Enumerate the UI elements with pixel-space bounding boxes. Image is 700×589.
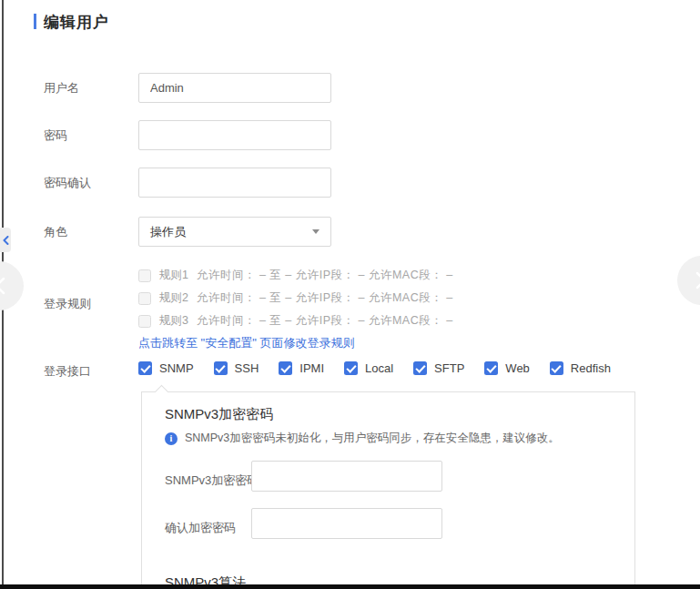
checkbox-checked-icon [138, 361, 152, 375]
interface-option-ipmi[interactable]: IPMI [279, 361, 324, 375]
interface-label: Local [365, 361, 393, 375]
snmpv3-panel-title: SNMPv3加密密码 [165, 406, 273, 423]
snmpv3-notice-text: SNMPv3加密密码未初始化，与用户密码同步，存在安全隐患，建议修改。 [185, 431, 560, 446]
login-interfaces-label: 登录接口 [44, 364, 91, 379]
interface-label: IPMI [299, 361, 324, 375]
edit-user-page: 编辑用户 用户名 密码 密码确认 角色 操作员 登录规则 规则1 允许时间： –… [0, 0, 700, 589]
role-select-value: 操作员 [150, 224, 186, 240]
checkbox-checked-icon [344, 361, 358, 375]
interface-option-ssh[interactable]: SSH [214, 361, 259, 375]
login-rule-row: 规则1 允许时间： – 至 – 允许IP段： – 允许MAC段： – [138, 268, 453, 283]
rule2-checkbox[interactable] [138, 292, 151, 305]
checkbox-checked-icon [484, 361, 498, 375]
rule3-checkbox[interactable] [138, 315, 151, 328]
chevron-left-icon [3, 236, 9, 245]
snmpv3-notice: i SNMPv3加密密码未初始化，与用户密码同步，存在安全隐患，建议修改。 [165, 431, 560, 446]
interface-label: SSH [235, 361, 259, 375]
checkbox-checked-icon [279, 361, 292, 375]
page-title: 编辑用户 [44, 12, 109, 33]
rule1-checkbox[interactable] [138, 269, 151, 282]
chevron-left-icon [0, 277, 5, 295]
rule-detail: 允许时间： – 至 – 允许IP段： – 允许MAC段： – [197, 268, 453, 283]
bottom-bar [0, 584, 700, 589]
password-confirm-label: 密码确认 [44, 176, 91, 190]
username-label: 用户名 [44, 81, 79, 96]
interface-option-sftp[interactable]: SFTP [413, 361, 464, 375]
info-icon: i [165, 432, 178, 445]
rule-name: 规则1 [159, 268, 188, 283]
sidebar-collapse-tab[interactable] [0, 228, 11, 252]
role-select[interactable]: 操作员 [138, 217, 331, 247]
chevron-down-icon [312, 229, 320, 234]
interface-label: Web [505, 361, 530, 375]
snmpv3-password-input[interactable] [251, 461, 442, 492]
rule-name: 规则3 [159, 313, 188, 329]
password-confirm-input[interactable] [138, 168, 331, 198]
interface-option-redfish[interactable]: Redfish [550, 361, 611, 375]
interface-label: SNMP [159, 361, 194, 375]
checkbox-checked-icon [214, 361, 228, 375]
checkbox-checked-icon [413, 361, 427, 375]
interface-label: Redfish [571, 361, 611, 375]
password-input[interactable] [138, 120, 331, 150]
checkbox-checked-icon [550, 361, 563, 375]
username-input[interactable] [138, 73, 331, 103]
chevron-right-icon [695, 271, 700, 289]
interface-option-local[interactable]: Local [344, 361, 393, 375]
security-config-link[interactable]: 点击跳转至 "安全配置" 页面修改登录规则 [138, 335, 354, 351]
snmpv3-password-label: SNMPv3加密密码 [165, 472, 259, 489]
snmpv3-panel: SNMPv3加密密码 i SNMPv3加密密码未初始化，与用户密码同步，存在安全… [141, 391, 635, 589]
rule-detail: 允许时间： – 至 – 允许IP段： – 允许MAC段： – [197, 313, 453, 329]
snmpv3-confirm-label: 确认加密密码 [165, 520, 236, 536]
title-accent-bar [34, 14, 36, 29]
password-label: 密码 [44, 128, 67, 143]
login-rule-row: 规则3 允许时间： – 至 – 允许IP段： – 允许MAC段： – [138, 313, 453, 329]
login-rule-row: 规则2 允许时间： – 至 – 允许IP段： – 允许MAC段： – [138, 290, 453, 306]
carousel-prev-button[interactable] [0, 261, 24, 310]
interface-option-web[interactable]: Web [484, 361, 530, 375]
interface-label: SFTP [434, 361, 464, 375]
carousel-next-button[interactable] [677, 256, 700, 305]
login-interfaces-row: SNMP SSH IPMI Local SFTP Web Redfish [138, 361, 611, 375]
role-label: 角色 [44, 225, 67, 239]
interface-option-snmp[interactable]: SNMP [138, 361, 194, 375]
rule-name: 规则2 [159, 290, 188, 306]
panel-notch [155, 385, 169, 400]
snmpv3-confirm-input[interactable] [251, 508, 442, 539]
rule-detail: 允许时间： – 至 – 允许IP段： – 允许MAC段： – [197, 290, 453, 306]
login-rules-label: 登录规则 [44, 297, 91, 311]
